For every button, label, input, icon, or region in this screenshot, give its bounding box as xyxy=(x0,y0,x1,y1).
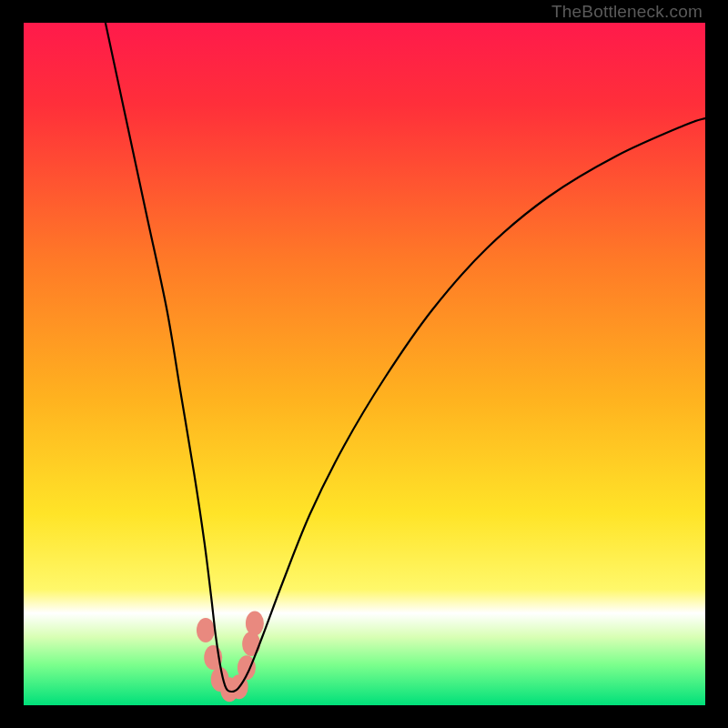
watermark-text: TheBottleneck.com xyxy=(551,2,703,22)
chart-background xyxy=(24,23,705,705)
highlight-dot xyxy=(242,632,260,656)
chart-container xyxy=(24,23,705,705)
highlight-dot xyxy=(246,612,264,636)
bottleneck-chart xyxy=(24,23,705,705)
highlight-dot xyxy=(197,618,215,642)
